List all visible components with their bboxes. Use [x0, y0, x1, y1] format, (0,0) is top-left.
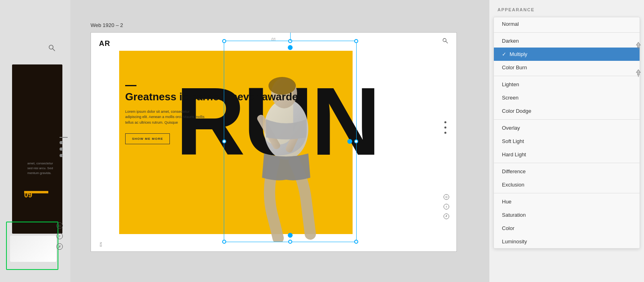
left-dots [60, 141, 63, 157]
blend-label-soft-light: Soft Light [502, 138, 524, 144]
dot [60, 147, 63, 151]
divider [494, 76, 640, 76]
blend-label-hard-light: Hard Light [502, 151, 526, 158]
frame-bottom-text: EN [99, 242, 103, 247]
blend-label-screen: Screen [502, 95, 518, 101]
pin-icon-2[interactable] [633, 68, 644, 79]
blend-group-darken: ✓ Darken ✓ Multiply ✓ Color Burn [494, 34, 640, 74]
frame-dot [444, 132, 446, 134]
right-panel: APPEARANCE ✓ Normal ✓ Darken ✓ Multiply … [489, 0, 644, 282]
left-panel-card: amet, consectetur sed nisi arcu. Sed men… [12, 64, 62, 234]
divider [494, 193, 640, 193]
selection-center-handle-top[interactable] [288, 45, 293, 50]
panel-header: APPEARANCE [489, 0, 644, 17]
blend-label-darken: Darken [502, 38, 519, 44]
frame-search-icon[interactable] [442, 37, 448, 46]
svg-text:R: R [105, 39, 110, 48]
dot [60, 141, 63, 144]
blend-item-color-dodge[interactable]: ✓ Color Dodge [494, 104, 640, 118]
blend-label-hue: Hue [502, 199, 512, 205]
blend-label-normal: Normal [502, 21, 519, 27]
blend-label-color-dodge: Color Dodge [502, 108, 531, 114]
blend-item-exclusion[interactable]: ✓ Exclusion [494, 178, 640, 191]
cta-button[interactable]: SHOW ME MORE [125, 133, 170, 144]
blend-item-soft-light[interactable]: ✓ Soft Light [494, 135, 640, 148]
canvas-label: Web 1920 – 2 [91, 22, 123, 28]
shoe-thumbnail [10, 236, 56, 262]
main-canvas: Web 1920 – 2 A R 01 RUN Greatness is ear… [70, 0, 489, 282]
dot [60, 154, 63, 157]
blend-group-hue: ✓ Hue ✓ Saturation ✓ Color ✓ Luminosity [494, 195, 640, 248]
blend-group-overlay: ✓ Overlay ✓ Soft Light ✓ Hard Light [494, 121, 640, 161]
blend-item-overlay[interactable]: ✓ Overlay [494, 121, 640, 135]
blend-item-luminosity[interactable]: ✓ Luminosity [494, 235, 640, 248]
blend-mode-dropdown[interactable]: ✓ Normal ✓ Darken ✓ Multiply ✓ Color Bur… [493, 17, 640, 249]
design-frame[interactable]: A R 01 RUN Greatness is earned, never aw… [91, 32, 457, 252]
selection-handle-bottom-right[interactable] [354, 240, 358, 244]
blend-group-normal: ✓ Normal [494, 17, 640, 31]
dash-line [125, 85, 136, 86]
frame-right-dots [444, 121, 446, 134]
blend-item-lighten[interactable]: ✓ Lighten [494, 78, 640, 91]
headline: Greatness is earned, never awarded [125, 91, 304, 103]
runner-visual [220, 57, 353, 242]
selection-handle-top-right[interactable] [354, 39, 358, 43]
divider [494, 32, 640, 33]
blend-item-screen[interactable]: ✓ Screen [494, 91, 640, 104]
left-panel: amet, consectetur sed nisi arcu. Sed men… [0, 0, 70, 282]
divider [494, 119, 640, 120]
divider [494, 163, 640, 163]
blend-label-overlay: Overlay [502, 125, 520, 131]
svg-line-1 [53, 49, 55, 51]
blend-item-color[interactable]: ✓ Color [494, 222, 640, 235]
svg-text:A: A [99, 39, 104, 48]
blend-group-difference: ✓ Difference ✓ Exclusion [494, 165, 640, 191]
instagram-icon-left[interactable]: ◎ [56, 222, 63, 229]
blend-item-hard-light[interactable]: ✓ Hard Light [494, 148, 640, 161]
blend-item-color-burn[interactable]: ✓ Color Burn [494, 61, 640, 74]
frame-logo: A R [99, 39, 115, 50]
frame-number: 01 [271, 37, 276, 42]
frame-dot [444, 126, 446, 129]
blend-item-saturation[interactable]: ✓ Saturation [494, 208, 640, 222]
frame-dot [444, 121, 446, 123]
left-number: 09 [24, 191, 32, 199]
search-icon[interactable] [48, 44, 56, 52]
blend-item-multiply[interactable]: ✓ Multiply [494, 48, 640, 61]
body-text: Lorem ipsum dolor sit amet, consectetur … [125, 109, 206, 126]
blend-label-exclusion: Exclusion [502, 182, 524, 188]
check-icon-multiply: ✓ [502, 51, 506, 57]
blend-label-lighten: Lighten [502, 81, 519, 87]
left-line [60, 137, 68, 138]
blend-label-saturation: Saturation [502, 212, 526, 218]
blend-group-lighten: ✓ Lighten ✓ Screen ✓ Color Dodge [494, 78, 640, 118]
blend-label-luminosity: Luminosity [502, 238, 527, 245]
pin-icon-1[interactable] [633, 40, 644, 52]
frame-twitter-icon[interactable]: ✗ [444, 214, 449, 219]
left-panel-text: amet, consectetur sed nisi arcu. Sed men… [27, 161, 53, 176]
facebook-icon-left[interactable]: f [56, 233, 63, 239]
selection-handle-top-middle[interactable] [288, 39, 292, 43]
blend-label-difference: Difference [502, 168, 526, 174]
blend-item-darken[interactable]: ✓ Darken [494, 34, 640, 48]
selection-handle-top-left[interactable] [222, 39, 226, 43]
content-overlay: Greatness is earned, never awarded Lorem… [125, 85, 304, 144]
svg-line-5 [446, 41, 448, 44]
blend-item-hue[interactable]: ✓ Hue [494, 195, 640, 208]
frame-social-icons: ◎ f ✗ [444, 194, 449, 219]
blend-item-difference[interactable]: ✓ Difference [494, 165, 640, 178]
frame-instagram-icon[interactable]: ◎ [444, 194, 449, 200]
blend-label-color-burn: Color Burn [502, 64, 527, 70]
pin-icons [633, 40, 644, 79]
blend-label-multiply: Multiply [510, 51, 527, 57]
twitter-icon-left[interactable]: ✗ [56, 243, 63, 250]
social-icons-left: ◎ f ✗ [56, 222, 63, 250]
selection-line-top [290, 32, 291, 41]
blend-item-normal[interactable]: ✓ Normal [494, 17, 640, 31]
blend-label-color: Color [502, 225, 514, 231]
frame-facebook-icon[interactable]: f [444, 204, 449, 209]
